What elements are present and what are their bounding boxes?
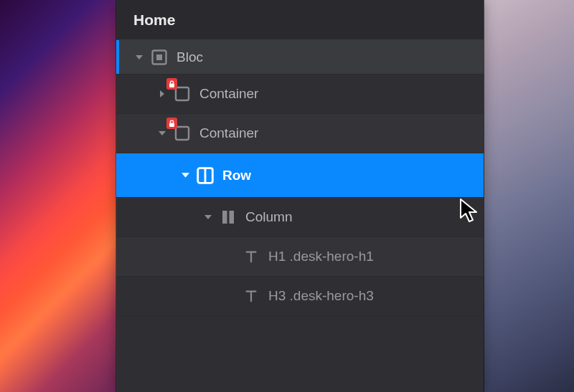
tree-row-label: Row [222,168,251,183]
caret-down-icon[interactable] [132,50,146,64]
tree-row-label: Column [245,209,292,225]
tree-row-label: H1 .desk-hero-h1 [268,249,374,264]
tree-row-container[interactable]: Container [116,75,484,114]
svg-rect-2 [169,83,174,87]
tree-row-label: Container [199,86,258,102]
bloc-icon [149,47,169,67]
caret-down-icon[interactable] [178,168,192,183]
caret-spacer [224,249,238,264]
tree-row-text-h1[interactable]: H1 .desk-hero-h1 [116,237,484,277]
tree-row-row[interactable]: Row [116,153,484,198]
tree-row-label: Container [199,125,258,141]
tree-row-container[interactable]: Container [116,114,484,153]
svg-rect-3 [176,87,189,100]
layer-tree: Bloc Container [116,40,484,316]
text-icon [241,247,261,267]
tree-row-column[interactable]: Column [116,198,484,237]
container-icon [172,123,192,143]
column-icon [218,207,238,227]
desktop-wallpaper-right [484,0,574,392]
caret-down-icon[interactable] [201,210,215,224]
tree-row-bloc[interactable]: Bloc [116,40,484,75]
svg-rect-4 [169,123,174,127]
desktop-wallpaper-left [0,0,116,392]
tree-row-label: H3 .desk-hero-h3 [268,288,374,304]
svg-rect-8 [222,211,227,224]
tree-row-text-h3[interactable]: H3 .desk-hero-h3 [116,277,484,316]
svg-rect-9 [230,211,235,224]
lock-badge-icon [166,78,177,90]
panel-header: Home [116,0,484,40]
text-icon [241,286,261,306]
caret-spacer [224,289,238,303]
panel-title: Home [133,11,175,29]
svg-rect-5 [176,127,189,140]
layer-tree-panel: Home Bloc [116,0,484,392]
tree-row-label: Bloc [177,49,203,65]
svg-rect-1 [156,54,162,60]
container-icon [172,84,192,104]
row-icon [195,166,215,186]
lock-badge-icon [166,118,177,129]
